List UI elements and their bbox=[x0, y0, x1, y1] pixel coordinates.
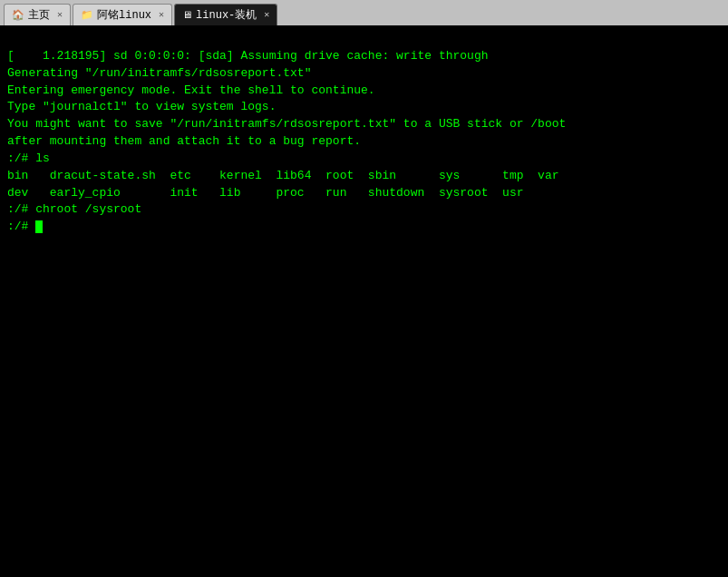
terminal-line: :/# chroot /sysroot bbox=[7, 201, 721, 219]
terminal-line: dev early_cpio init lib proc run shutdow… bbox=[7, 185, 721, 202]
tab-linux-install[interactable]: 🖥 linux-装机 ✕ bbox=[174, 4, 277, 25]
tab-home-label: 主页 bbox=[28, 7, 50, 23]
tab-bar: 🏠 主页 ✕ 📁 阿铭linux ✕ 🖥 linux-装机 ✕ bbox=[0, 0, 728, 25]
terminal-cursor bbox=[35, 220, 43, 233]
terminal-line: after mounting them and attach it to a b… bbox=[7, 133, 721, 151]
terminal[interactable]: [ 1.218195] sd 0:0:0:0: [sda] Assuming d… bbox=[0, 25, 728, 577]
tab-linux-install-label: linux-装机 bbox=[196, 7, 257, 23]
tab-linux-install-icon: 🖥 bbox=[182, 9, 192, 21]
tab-home-icon: 🏠 bbox=[12, 9, 24, 21]
terminal-line: Generating "/run/initramfs/rdsosreport.t… bbox=[7, 65, 721, 83]
terminal-line: You might want to save "/run/initramfs/r… bbox=[7, 116, 721, 133]
tab-anlu-icon: 📁 bbox=[81, 9, 93, 21]
terminal-line: :/# bbox=[7, 219, 721, 236]
terminal-line: :/# ls bbox=[7, 151, 721, 168]
tab-home-close[interactable]: ✕ bbox=[57, 9, 63, 20]
tab-anlu-close[interactable]: ✕ bbox=[159, 9, 164, 20]
tab-anlu[interactable]: 📁 阿铭linux ✕ bbox=[73, 4, 172, 25]
terminal-line: Type "journalctl" to view system logs. bbox=[7, 99, 721, 116]
terminal-line: [ 1.218195] sd 0:0:0:0: [sda] Assuming d… bbox=[7, 48, 721, 65]
tab-home[interactable]: 🏠 主页 ✕ bbox=[4, 4, 71, 25]
terminal-line: Entering emergency mode. Exit the shell … bbox=[7, 83, 721, 100]
tab-linux-install-close[interactable]: ✕ bbox=[264, 9, 269, 20]
tab-anlu-label: 阿铭linux bbox=[97, 7, 151, 23]
terminal-line: bin dracut-state.sh etc kernel lib64 roo… bbox=[7, 168, 721, 185]
